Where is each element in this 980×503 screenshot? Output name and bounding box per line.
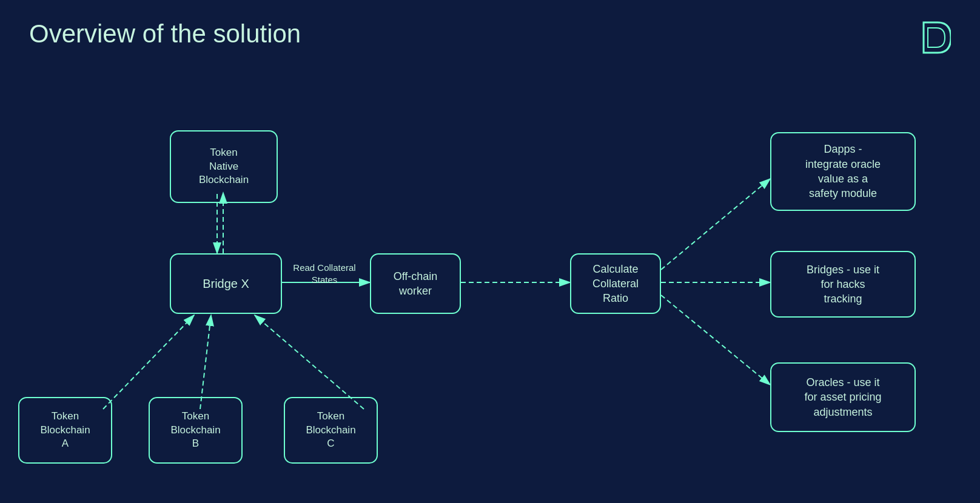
svg-line-5	[661, 179, 770, 270]
dapps-box: Dapps - integrate oracle value as a safe…	[770, 132, 916, 211]
svg-line-7	[661, 295, 770, 385]
logo-icon	[921, 19, 951, 56]
calculate-collateral-box: Calculate Collateral Ratio	[570, 253, 661, 314]
svg-line-9	[200, 315, 211, 409]
oracles-box: Oracles - use it for asset pricing adjus…	[770, 362, 916, 432]
offchain-worker-box: Off-chain worker	[370, 253, 461, 314]
read-collateral-label: Read Collateral States	[285, 262, 364, 285]
bridge-x-box: Bridge X	[170, 253, 282, 314]
svg-line-10	[255, 315, 364, 409]
token-blockchain-b-box: Token Blockchain B	[149, 397, 243, 464]
token-blockchain-c-box: Token Blockchain C	[284, 397, 378, 464]
token-blockchain-a-box: Token Blockchain A	[18, 397, 112, 464]
svg-line-8	[103, 315, 194, 409]
bridges-box: Bridges - use it for hacks tracking	[770, 251, 916, 318]
page-title: Overview of the solution	[29, 19, 301, 48]
token-native-blockchain-box: Token Native Blockchain	[170, 130, 278, 203]
